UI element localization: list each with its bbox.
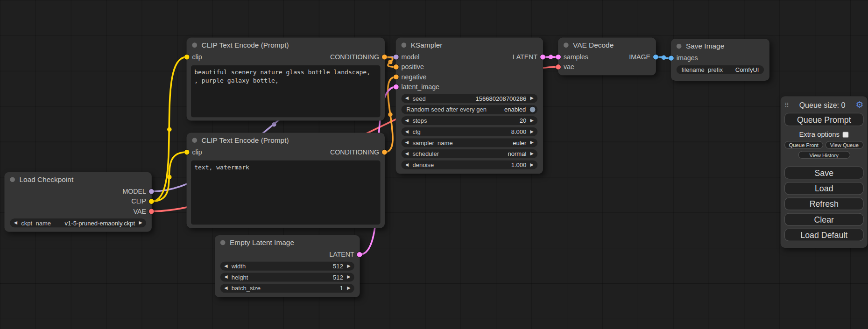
increment-arrow-icon[interactable]: ▶ — [347, 275, 350, 279]
load-button[interactable]: Load — [784, 182, 864, 195]
drag-handle-icon[interactable]: ⠿ — [784, 102, 789, 109]
menu-header: ⠿ Queue size: 0 ⚙ — [784, 99, 864, 111]
node-clip-text-encode-positive[interactable]: CLIP Text Encode (Prompt) clip CONDITION… — [187, 38, 385, 121]
output-port-conditioning[interactable] — [382, 150, 387, 155]
output-port-latent[interactable] — [357, 252, 362, 257]
increment-arrow-icon[interactable]: ▶ — [530, 163, 534, 167]
decrement-arrow-icon[interactable]: ◀ — [405, 119, 409, 123]
decrement-arrow-icon[interactable]: ◀ — [405, 129, 409, 133]
input-label: clip — [192, 53, 202, 61]
widget-denoise[interactable]: ◀ denoise 1.000 ▶ — [402, 161, 538, 169]
increment-arrow-icon[interactable]: ▶ — [347, 286, 350, 290]
node-header[interactable]: CLIP Text Encode (Prompt) — [187, 38, 385, 52]
output-port-conditioning[interactable] — [382, 55, 387, 60]
extra-options-checkbox[interactable] — [843, 132, 849, 138]
increment-arrow-icon[interactable]: ▶ — [530, 119, 534, 123]
input-port-clip[interactable] — [184, 55, 190, 60]
output-port-clip[interactable] — [149, 199, 154, 204]
queue-front-button[interactable]: Queue Front — [784, 141, 823, 149]
output-port-vae[interactable] — [149, 209, 154, 214]
widget-value: normal — [508, 150, 526, 157]
node-graph-canvas[interactable]: Load Checkpoint MODEL CLIP VAE ◀ ckpt_na… — [0, 0, 868, 329]
widget-random-seed-toggle[interactable]: Random seed after every gen enabled — [402, 105, 538, 114]
collapse-dot-icon[interactable] — [677, 43, 682, 49]
increment-arrow-icon[interactable]: ▶ — [530, 152, 534, 156]
node-header[interactable]: VAE Decode — [558, 38, 656, 52]
view-queue-button[interactable]: View Queue — [825, 141, 863, 149]
view-history-button[interactable]: View History — [798, 151, 850, 159]
widget-width[interactable]: ◀ width 512 ▶ — [220, 262, 354, 271]
input-port-positive[interactable] — [394, 64, 399, 70]
decrement-arrow-icon[interactable]: ◀ — [405, 163, 409, 167]
widget-value: v1-5-pruned-emaonly.ckpt — [65, 220, 135, 226]
clear-button[interactable]: Clear — [784, 213, 864, 225]
node-header[interactable]: KSampler — [396, 38, 543, 52]
widget-steps[interactable]: ◀ steps 20 ▶ — [402, 116, 538, 125]
decrement-arrow-icon[interactable]: ◀ — [224, 286, 227, 290]
node-load-checkpoint[interactable]: Load Checkpoint MODEL CLIP VAE ◀ ckpt_na… — [4, 172, 151, 232]
input-port-clip[interactable] — [184, 150, 190, 155]
node-vae-decode[interactable]: VAE Decode samples IMAGE vae — [558, 38, 656, 76]
input-label: images — [677, 54, 698, 62]
positive-prompt-textarea[interactable]: beautiful scenery nature glass bottle la… — [191, 65, 380, 117]
queue-menu-panel: ⠿ Queue size: 0 ⚙ Queue Prompt Extra opt… — [781, 96, 868, 248]
increment-arrow-icon[interactable]: ▶ — [530, 140, 534, 145]
output-label: IMAGE — [629, 53, 650, 61]
output-port-model[interactable] — [149, 189, 154, 194]
widget-filename-prefix[interactable]: filename_prefix ComfyUI — [677, 65, 764, 74]
queue-prompt-button[interactable]: Queue Prompt — [784, 113, 864, 126]
negative-prompt-textarea[interactable]: text, watermark — [191, 161, 380, 225]
increment-arrow-icon[interactable]: ▶ — [347, 264, 350, 268]
node-header[interactable]: Load Checkpoint — [4, 172, 151, 187]
output-label: VAE — [134, 208, 146, 216]
node-header[interactable]: Empty Latent Image — [215, 235, 360, 250]
widget-height[interactable]: ◀ height 512 ▶ — [220, 273, 354, 282]
input-port-model[interactable] — [394, 55, 399, 60]
widget-sampler-name[interactable]: ◀ sampler_name euler ▶ — [402, 138, 538, 147]
decrement-arrow-icon[interactable]: ◀ — [405, 152, 409, 156]
decrement-arrow-icon[interactable]: ◀ — [224, 275, 227, 279]
input-port-samples[interactable] — [556, 55, 561, 60]
input-port-negative[interactable] — [394, 74, 399, 79]
increment-arrow-icon[interactable]: ▶ — [139, 221, 142, 225]
node-header[interactable]: Save Image — [671, 39, 769, 53]
input-label: positive — [402, 63, 424, 71]
node-title-label: Save Image — [686, 42, 724, 50]
output-port-image[interactable] — [653, 55, 658, 60]
collapse-dot-icon[interactable] — [564, 42, 569, 48]
input-port-images[interactable] — [669, 56, 674, 61]
decrement-arrow-icon[interactable]: ◀ — [224, 264, 227, 268]
increment-arrow-icon[interactable]: ▶ — [530, 96, 534, 100]
node-empty-latent-image[interactable]: Empty Latent Image LATENT ◀ width 512 ▶ … — [215, 235, 360, 297]
node-title-label: CLIP Text Encode (Prompt) — [202, 41, 289, 49]
widget-ckpt-name[interactable]: ◀ ckpt_name v1-5-pruned-emaonly.ckpt ▶ — [10, 218, 146, 227]
load-default-button[interactable]: Load Default — [784, 229, 864, 241]
collapse-dot-icon[interactable] — [220, 240, 226, 245]
widget-scheduler[interactable]: ◀ scheduler normal ▶ — [402, 149, 538, 158]
increment-arrow-icon[interactable]: ▶ — [530, 129, 534, 133]
settings-gear-icon[interactable]: ⚙ — [856, 101, 864, 110]
input-port-vae[interactable] — [556, 64, 561, 70]
node-ksampler[interactable]: KSampler model LATENT positive negative … — [396, 38, 543, 174]
node-header[interactable]: CLIP Text Encode (Prompt) — [187, 133, 385, 147]
widget-label: scheduler — [412, 150, 439, 157]
save-button[interactable]: Save — [784, 167, 864, 179]
refresh-button[interactable]: Refresh — [784, 197, 864, 210]
node-clip-text-encode-negative[interactable]: CLIP Text Encode (Prompt) clip CONDITION… — [187, 133, 385, 228]
collapse-dot-icon[interactable] — [192, 42, 197, 48]
decrement-arrow-icon[interactable]: ◀ — [405, 96, 409, 100]
widget-cfg[interactable]: ◀ cfg 8.000 ▶ — [402, 127, 538, 136]
widget-batch-size[interactable]: ◀ batch_size 1 ▶ — [220, 284, 354, 293]
toggle-knob-icon[interactable] — [530, 107, 536, 112]
slot-row: VAE — [4, 206, 151, 216]
collapse-dot-icon[interactable] — [192, 138, 197, 143]
decrement-arrow-icon[interactable]: ◀ — [14, 221, 17, 225]
widget-seed[interactable]: ◀ seed 156680208700286 ▶ — [402, 94, 538, 103]
collapse-dot-icon[interactable] — [402, 42, 407, 48]
collapse-dot-icon[interactable] — [10, 177, 15, 182]
widget-value: 156680208700286 — [476, 95, 527, 102]
node-save-image[interactable]: Save Image images filename_prefix ComfyU… — [671, 39, 769, 81]
decrement-arrow-icon[interactable]: ◀ — [405, 140, 409, 145]
output-port-latent[interactable] — [540, 55, 545, 60]
input-port-latent-image[interactable] — [394, 84, 399, 90]
